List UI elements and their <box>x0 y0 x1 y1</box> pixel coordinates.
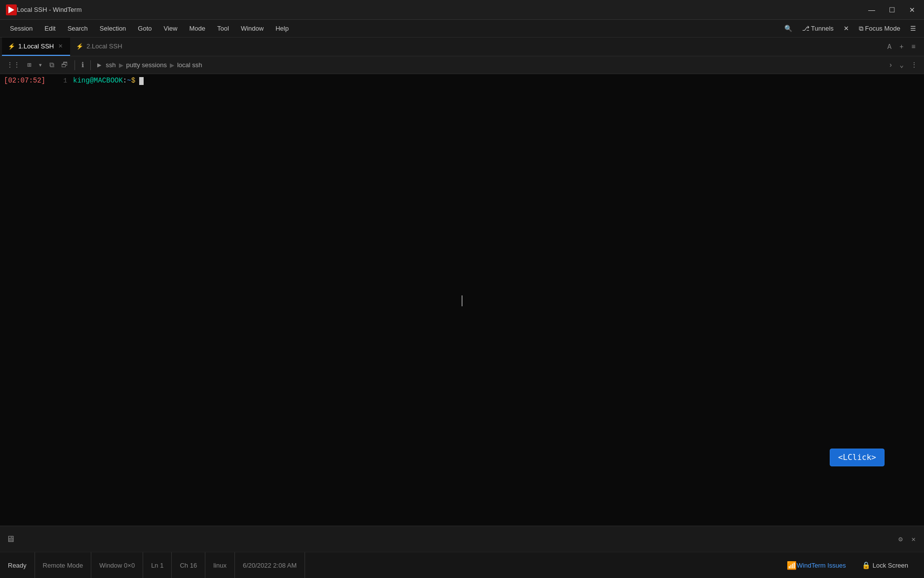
remote-mode-label: Remote Mode <box>43 562 83 569</box>
menu-goto[interactable]: Goto <box>132 23 157 34</box>
tab-2-local-ssh[interactable]: ⚡ 2.Local SSH <box>70 38 128 56</box>
tab-add-button[interactable]: + <box>897 42 906 52</box>
menu-tool[interactable]: Tool <box>211 23 235 34</box>
lclick-label: <LClick> <box>838 453 876 462</box>
breadcrumb-local-ssh[interactable]: local ssh <box>177 61 202 69</box>
focus-mode-button[interactable]: ⧉ Focus Mode <box>855 23 904 35</box>
menu-edit[interactable]: Edit <box>38 23 61 34</box>
search-button[interactable]: 🔍 <box>780 23 796 34</box>
terminal-area[interactable]: [02:07:52] 1 king@MACBOOK:~$ | <LClick> <box>0 74 924 526</box>
tab-2-icon: ⚡ <box>76 43 83 50</box>
menu-window[interactable]: Window <box>235 23 270 34</box>
titlebar: Local SSH - WindTerm — ☐ ✕ <box>0 0 924 20</box>
window-title: Local SSH - WindTerm <box>17 6 865 13</box>
toolbar-divider <box>75 60 75 70</box>
status-issues[interactable]: 📶 WindTerm Issues <box>779 552 854 578</box>
expand-right-button[interactable]: › <box>886 60 895 71</box>
x-close-button[interactable]: ✕ <box>840 23 853 34</box>
panel-terminal-icon: 🖥 <box>6 534 15 544</box>
breadcrumb: ssh ▶ putty sessions ▶ local ssh <box>106 61 884 69</box>
menubar: Session Edit Search Selection Goto View … <box>0 20 924 38</box>
ln-label: Ln 1 <box>151 562 163 569</box>
toolbar: ⋮⋮ ⊞ ▾ ⧉ 🗗 ℹ ▶ ssh ▶ putty sessions ▶ lo… <box>0 56 924 74</box>
timestamp: [02:07:52] <box>4 76 45 86</box>
tab-1-icon: ⚡ <box>8 43 15 50</box>
layout-button[interactable]: ☰ <box>906 23 920 34</box>
menu-search[interactable]: Search <box>62 23 94 34</box>
status-ch: Ch 16 <box>172 552 205 578</box>
status-lock-screen[interactable]: 🔒 Lock Screen <box>854 552 916 578</box>
new-tab-dropdown[interactable]: ▾ <box>36 59 44 71</box>
info-button[interactable]: ℹ <box>79 59 86 71</box>
prompt-user: king <box>73 76 90 86</box>
toolbar-right: › ⌄ ⋮ <box>886 59 920 71</box>
maximize-button[interactable]: ☐ <box>886 5 898 15</box>
lock-screen-button[interactable]: 🔒 Lock Screen <box>862 561 908 569</box>
tab-1-local-ssh[interactable]: ⚡ 1.Local SSH ✕ <box>2 38 70 56</box>
menubar-right: 🔍 ⎇ ⎇ TunnelsTunnels ✕ ⧉ Focus Mode ☰ <box>780 23 920 35</box>
status-datetime: 6/20/2022 2:08 AM <box>235 552 305 578</box>
menu-mode[interactable]: Mode <box>183 23 211 34</box>
tab-menu-button[interactable]: ≡ <box>909 42 918 52</box>
tab-2-label: 2.Local SSH <box>86 42 122 50</box>
menu-view[interactable]: View <box>158 23 184 34</box>
terminal-line-1: [02:07:52] 1 king@MACBOOK:~$ <box>4 76 920 86</box>
issues-link[interactable]: WindTerm Issues <box>797 562 846 569</box>
drag-handle-icon: ⋮⋮ <box>4 59 23 71</box>
panel-close-button[interactable]: ✕ <box>909 534 918 545</box>
float-button[interactable]: ⧉ <box>47 60 57 71</box>
bottom-panel: 🖥 ⚙ ✕ <box>0 526 924 552</box>
toolbar-divider-2 <box>90 60 91 70</box>
line-number: 1 <box>49 77 67 85</box>
menu-help[interactable]: Help <box>270 23 295 34</box>
terminal-cursor <box>139 77 144 85</box>
breadcrumb-putty[interactable]: putty sessions <box>126 61 167 69</box>
status-remote-mode: Remote Mode <box>35 552 92 578</box>
tab-right-controls: A + ≡ <box>881 38 922 56</box>
datetime-label: 6/20/2022 2:08 AM <box>243 562 297 569</box>
statusbar: Ready Remote Mode Window 0×0 Ln 1 Ch 16 … <box>0 552 924 578</box>
panel-settings-button[interactable]: ⚙ <box>896 534 905 545</box>
breadcrumb-sep-2: ▶ <box>170 62 174 69</box>
menu-selection[interactable]: Selection <box>94 23 132 34</box>
status-ready: Ready <box>8 552 35 578</box>
restore-button[interactable]: 🗗 <box>59 60 71 71</box>
menu-session[interactable]: Session <box>4 23 38 34</box>
window-size-label: Window 0×0 <box>99 562 135 569</box>
lclick-popup: <LClick> <box>830 449 885 466</box>
status-os: linux <box>205 552 235 578</box>
app-icon <box>6 4 17 15</box>
ready-label: Ready <box>8 562 27 569</box>
new-tab-button[interactable]: ⊞ <box>25 59 34 71</box>
tabbar: ⚡ 1.Local SSH ✕ ⚡ 2.Local SSH A + ≡ <box>0 38 924 56</box>
ch-label: Ch 16 <box>180 562 197 569</box>
status-window-size: Window 0×0 <box>91 552 143 578</box>
more-options-button[interactable]: ⋮ <box>908 59 920 71</box>
terminal-content: [02:07:52] 1 king@MACBOOK:~$ <box>4 76 920 528</box>
lock-screen-label: Lock Screen <box>873 562 908 569</box>
panel-right-controls: ⚙ ✕ <box>896 534 918 545</box>
tunnels-button[interactable]: ⎇ ⎇ TunnelsTunnels <box>798 23 838 34</box>
close-button[interactable]: ✕ <box>906 5 918 15</box>
wifi-icon: 📶 <box>787 561 797 570</box>
tab-font-button[interactable]: A <box>885 42 894 52</box>
breadcrumb-ssh[interactable]: ssh <box>106 61 116 69</box>
collapse-button[interactable]: ⌄ <box>897 59 906 71</box>
window-controls: — ☐ ✕ <box>865 5 918 15</box>
play-icon: ▶ <box>95 59 104 71</box>
breadcrumb-sep-1: ▶ <box>119 62 123 69</box>
tab-1-label: 1.Local SSH <box>18 42 54 50</box>
lock-icon: 🔒 <box>862 561 870 569</box>
tab-1-close[interactable]: ✕ <box>57 42 64 50</box>
status-ln: Ln 1 <box>143 552 172 578</box>
minimize-button[interactable]: — <box>865 5 878 15</box>
os-label: linux <box>213 562 227 569</box>
